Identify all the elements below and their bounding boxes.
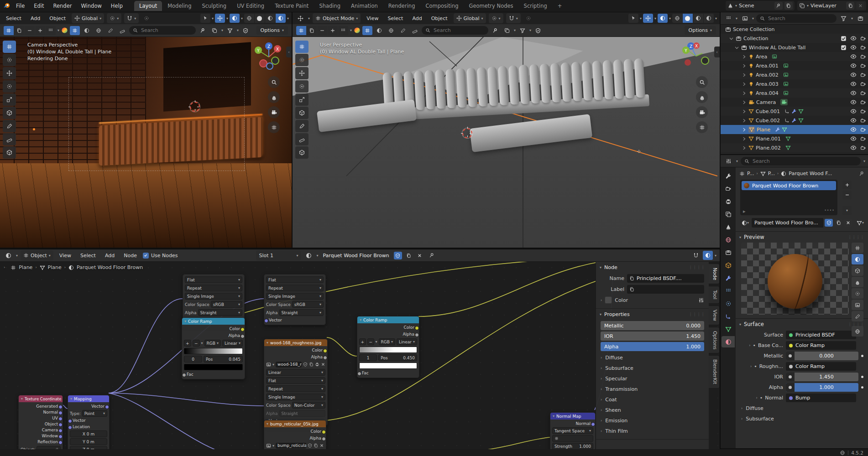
proportional-editing-toggle[interactable] xyxy=(141,14,152,23)
source-dropdown[interactable]: Single Image▾ xyxy=(185,293,242,300)
chevron-right-icon[interactable]: › xyxy=(601,298,602,302)
pivot-point-dropdown[interactable]: ▾ xyxy=(107,13,121,23)
extension-dropdown[interactable]: Flat▾ xyxy=(266,276,324,283)
outliner-filter-button[interactable] xyxy=(839,14,849,23)
menu-add[interactable]: Add xyxy=(27,14,43,23)
strength-field[interactable]: Strength1.000 xyxy=(552,443,593,449)
sidebar-tab-blenderkit[interactable]: BlenderKit xyxy=(709,355,720,389)
tool-rotate[interactable] xyxy=(295,80,309,93)
lock-view-icon[interactable] xyxy=(268,121,280,133)
disable-render-icon[interactable] xyxy=(860,45,866,51)
vector-input-socket[interactable] xyxy=(68,419,72,423)
preview-panel-header[interactable]: ▾ Preview ⋮⋮⋮⋮ xyxy=(736,232,868,243)
material-name-field[interactable]: Parquet Wood Floor Bro... xyxy=(752,218,823,228)
diffuse-section[interactable]: ›Diffuse xyxy=(736,403,868,414)
node-label-field[interactable] xyxy=(627,285,704,294)
node-header[interactable]: ▾Color Ramp xyxy=(357,316,419,323)
tab-view-layer[interactable] xyxy=(722,208,735,220)
alpha-output-socket[interactable] xyxy=(323,356,327,360)
tab-object[interactable] xyxy=(722,259,735,271)
camera-view-icon[interactable] xyxy=(268,106,280,118)
hide-eye-icon[interactable] xyxy=(850,44,857,51)
shading-wireframe-button[interactable] xyxy=(244,14,254,23)
remove-material-slot-button[interactable] xyxy=(842,191,852,199)
slot-specials-dropdown[interactable]: ▾ xyxy=(842,206,852,215)
workspace-tab-animation[interactable]: Animation xyxy=(346,1,383,11)
disable-render-icon[interactable] xyxy=(860,81,866,87)
editor-type-icon[interactable] xyxy=(295,14,305,23)
tool-add-cube[interactable] xyxy=(3,146,16,159)
menu-node[interactable]: Node xyxy=(120,251,140,260)
preview-sphere-button[interactable] xyxy=(852,254,863,264)
hide-eye-icon[interactable] xyxy=(850,99,857,105)
overlay-toggle[interactable] xyxy=(703,251,713,260)
node-header[interactable]: ▾Color Ramp xyxy=(182,318,245,325)
metallic-slider[interactable]: Metallic0.000 xyxy=(601,321,704,330)
select-box-mode[interactable] xyxy=(4,26,14,35)
node-header[interactable]: ▾Normal Map xyxy=(550,413,595,420)
roughness-field[interactable]: Color Ramp xyxy=(786,362,856,371)
alpha-output-socket[interactable] xyxy=(415,333,419,337)
transmission-collapsed[interactable]: ›Transmission xyxy=(596,384,709,394)
navigation-gizmo[interactable]: Z X Y xyxy=(253,41,282,70)
tab-particles[interactable] xyxy=(722,285,735,296)
properties-search[interactable] xyxy=(741,157,861,166)
remove-stop-button[interactable]: − xyxy=(193,340,200,347)
workspace-tab-rendering[interactable]: Rendering xyxy=(383,1,420,11)
projection-dropdown[interactable]: Flat▾ xyxy=(266,377,325,384)
viewport-camera[interactable]: Select Add Object Global▾ ▾ ▾ ▾ ▾ ▾ ▾ xyxy=(0,12,293,248)
select-extend-mode[interactable] xyxy=(307,26,317,35)
node-image-texture-b[interactable]: Flat▾ Repeat▾ Single Image▾ Color Spaces… xyxy=(264,274,326,325)
tab-object-data[interactable] xyxy=(722,323,735,335)
shading-wireframe-button[interactable] xyxy=(672,14,682,23)
fake-user-icon[interactable] xyxy=(303,362,308,367)
grip-dots[interactable]: ⋮⋮⋮⋮ xyxy=(689,265,705,269)
viewport-user[interactable]: ▾ Object Mode▾ View Select Add Object Gl… xyxy=(293,12,720,248)
color-output-socket[interactable] xyxy=(415,326,419,330)
menu-select[interactable]: Select xyxy=(77,251,99,260)
sphere-tool-1[interactable] xyxy=(82,26,92,35)
menu-add[interactable]: Add xyxy=(102,251,118,260)
tab-scene[interactable] xyxy=(722,221,735,233)
mode-dropdown[interactable]: Object Mode▾ xyxy=(313,13,361,23)
viewport-search[interactable] xyxy=(129,26,196,35)
disable-render-icon[interactable] xyxy=(860,90,866,96)
node-image-texture-bump[interactable]: ▾bump_reticular_05k.jpg Color Alpha ▾ bu… xyxy=(264,420,326,449)
chevron-right-icon[interactable] xyxy=(742,91,747,96)
location-input-socket[interactable] xyxy=(68,425,72,430)
uv-output-socket[interactable] xyxy=(58,417,63,421)
copy-icon[interactable] xyxy=(314,443,318,448)
node-texture-coordinate[interactable]: ▾Texture Coordinate Generated Normal UV … xyxy=(18,395,63,449)
specular-collapsed[interactable]: ›Specular xyxy=(596,373,709,384)
preview-monkey-button[interactable] xyxy=(852,288,863,299)
workspace-tab-shading[interactable]: Shading xyxy=(314,1,345,11)
chevron-right-icon[interactable] xyxy=(742,109,747,114)
node-image-texture-roughness[interactable]: ▾wood-168_roughness.jpg Color Alpha ▾ wo… xyxy=(264,339,328,426)
source-dropdown[interactable]: Single Image▾ xyxy=(266,394,325,400)
outliner-row-area-004[interactable]: Area.004 xyxy=(721,88,868,98)
hide-eye-icon[interactable] xyxy=(850,108,857,114)
disable-render-icon[interactable] xyxy=(860,99,866,105)
color-space-dropdown[interactable]: sRGB▾ xyxy=(292,301,324,308)
hide-eye-icon[interactable] xyxy=(850,62,857,69)
new-collection-button[interactable] xyxy=(855,14,865,23)
grip-dots[interactable]: •••• xyxy=(824,208,835,214)
snap-toggle[interactable] xyxy=(691,251,701,260)
brush-tool[interactable] xyxy=(398,26,408,35)
coat-collapsed[interactable]: ›Coat xyxy=(596,394,709,405)
new-view-layer-button[interactable] xyxy=(846,2,854,10)
stop-position-field[interactable]: Pos0.450 xyxy=(378,354,417,361)
sidebar-collapse-arrow[interactable]: ‹ xyxy=(714,47,720,57)
chevron-right-icon[interactable] xyxy=(742,100,747,105)
outliner-row-area-002[interactable]: Area.002 xyxy=(721,70,868,79)
location-x-field[interactable]: X 0 m xyxy=(70,430,107,437)
normal-output-socket[interactable] xyxy=(591,422,595,426)
shading-material-button[interactable] xyxy=(693,14,703,23)
rendered-scene[interactable] xyxy=(0,37,292,248)
pin-icon[interactable] xyxy=(427,251,437,260)
subsurface-collapsed[interactable]: ›Subsurface xyxy=(596,363,709,373)
alpha-output-socket[interactable] xyxy=(322,437,326,441)
ior-slider[interactable]: 1.450 xyxy=(786,373,858,381)
collection-visibility-button[interactable] xyxy=(502,26,512,35)
viewport-search-input[interactable] xyxy=(140,27,192,34)
